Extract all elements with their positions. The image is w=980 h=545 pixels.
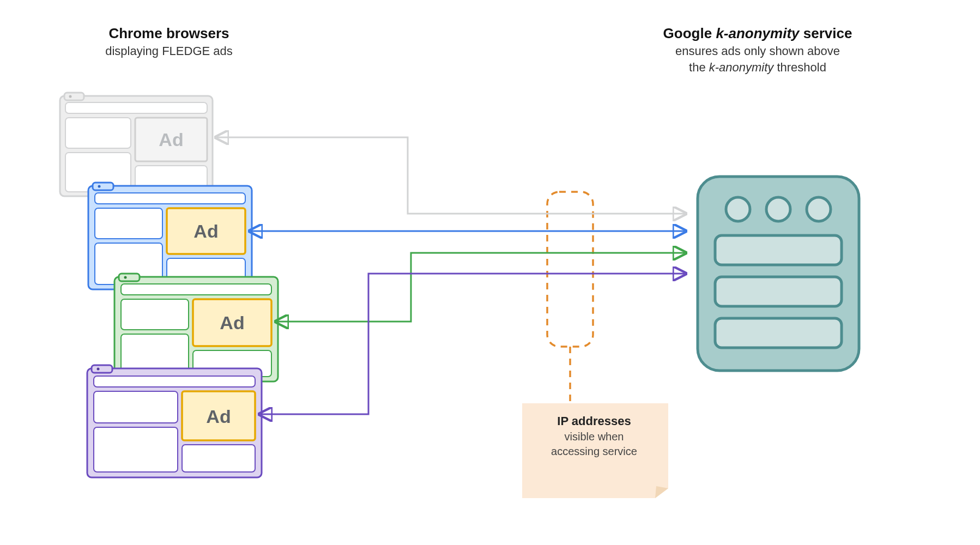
svg-rect-27 [94, 376, 255, 387]
svg-point-26 [97, 368, 100, 371]
svg-rect-4 [65, 118, 131, 148]
ip-note-line2: accessing service [551, 445, 637, 457]
svg-rect-3 [65, 102, 207, 113]
svg-point-10 [98, 185, 101, 188]
ip-dashed-boundary [547, 192, 593, 403]
svg-rect-12 [95, 208, 162, 239]
browser-gray: Ad [60, 93, 213, 196]
ad-label-green: Ad [220, 312, 244, 333]
browser-blue: Ad [88, 183, 252, 289]
svg-rect-25 [92, 365, 112, 373]
svg-point-34 [766, 197, 790, 221]
arrow-gray [217, 137, 685, 214]
k-anonymity-server [698, 177, 859, 371]
svg-point-18 [124, 276, 127, 279]
svg-rect-17 [119, 274, 140, 281]
browser-green: Ad [114, 274, 278, 382]
ip-note-bold: IP addresses [557, 414, 631, 428]
ip-addresses-note-text: IP addresses visible when accessing serv… [523, 413, 665, 459]
svg-rect-9 [93, 183, 113, 190]
svg-rect-37 [715, 277, 842, 306]
svg-rect-36 [715, 235, 842, 265]
svg-rect-39 [547, 192, 593, 347]
ip-note-line1: visible when [565, 431, 624, 443]
svg-rect-19 [121, 284, 271, 295]
ad-label-gray: Ad [159, 129, 183, 150]
svg-point-35 [807, 197, 831, 221]
diagram-canvas: Ad Ad Ad [0, 0, 980, 545]
svg-point-33 [726, 197, 750, 221]
arrow-green [277, 253, 685, 322]
svg-rect-20 [121, 299, 189, 330]
browser-purple: Ad [87, 365, 262, 477]
svg-point-2 [69, 95, 72, 98]
svg-rect-29 [94, 427, 178, 472]
svg-rect-30 [182, 445, 255, 472]
svg-rect-1 [64, 93, 84, 100]
svg-rect-11 [95, 193, 245, 204]
ad-label-blue: Ad [193, 221, 218, 241]
svg-rect-38 [715, 318, 842, 348]
svg-rect-28 [94, 391, 178, 423]
ad-label-purple: Ad [206, 406, 231, 427]
arrow-purple [261, 274, 685, 414]
